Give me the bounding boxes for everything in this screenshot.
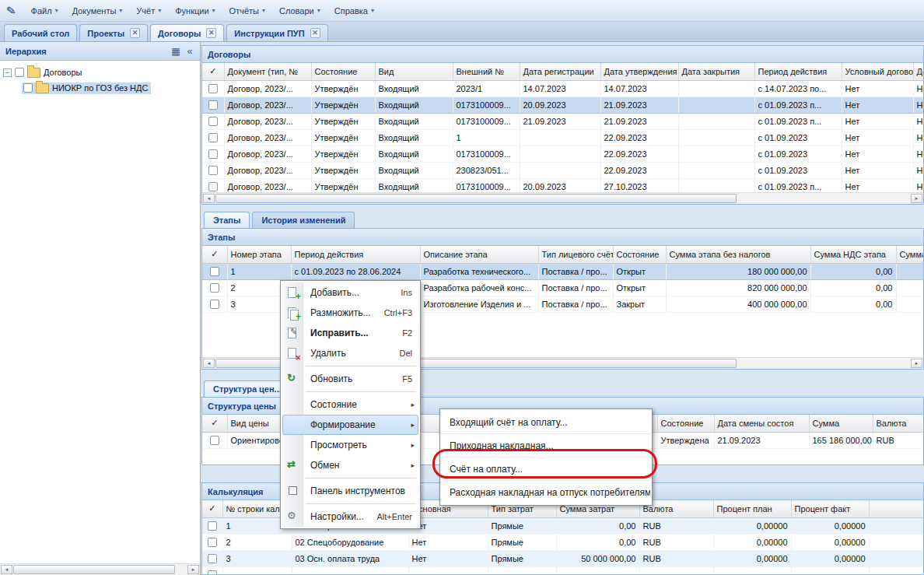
column-header[interactable]: Сумма НДС этапа <box>810 246 896 263</box>
sidebar-horizontal-scrollbar[interactable]: ◄ ► <box>0 563 200 575</box>
row-checkbox[interactable] <box>210 283 219 293</box>
column-header[interactable] <box>869 500 923 517</box>
column-header[interactable]: Состояние <box>613 246 666 263</box>
column-header[interactable]: Дата смены состоя <box>714 415 809 432</box>
close-icon[interactable]: ✕ <box>130 28 140 38</box>
column-header[interactable]: ✓ <box>202 246 227 263</box>
column-header[interactable]: Документ (тип, № <box>224 63 311 80</box>
menu-item-state[interactable]: Состояние ▸ <box>282 394 418 415</box>
column-header[interactable]: До <box>913 63 923 80</box>
column-header[interactable]: ✓ <box>202 63 224 80</box>
tree-node-contracts[interactable]: − Договоры <box>3 65 200 80</box>
menu-item-exchange[interactable]: ⇄ Обмен ▸ <box>282 455 418 475</box>
tab-price-structure[interactable]: Структура цен... <box>204 380 291 397</box>
tab-stages[interactable]: Этапы <box>204 212 250 228</box>
column-header[interactable]: Номер этапа <box>227 246 291 263</box>
menubar-dictionaries[interactable]: Словари▾ <box>272 3 327 19</box>
scroll-left-icon[interactable]: ◄ <box>203 194 215 203</box>
table-row[interactable]: 1с 01.09.2023 по 28.06.2024Разработка те… <box>202 263 923 279</box>
menu-item-refresh[interactable]: ↻ Обновить F5 <box>282 369 418 389</box>
collapse-panel-icon[interactable]: « <box>183 44 197 58</box>
row-checkbox[interactable] <box>210 300 219 309</box>
column-header[interactable]: Дата утверждения <box>600 63 678 80</box>
menu-item-toolbar[interactable]: Панель инструментов <box>282 481 418 501</box>
row-checkbox[interactable] <box>208 166 218 175</box>
tab-desktop[interactable]: Рабочий стол <box>4 24 77 41</box>
table-row[interactable] <box>202 566 923 574</box>
tab-pup-instructions[interactable]: Инструкции ПУП✕ <box>226 24 327 41</box>
menubar-documents[interactable]: Документы▾ <box>65 3 130 19</box>
row-checkbox[interactable] <box>208 149 218 159</box>
scroll-left-icon[interactable]: ◄ <box>203 359 215 368</box>
tab-change-history[interactable]: История изменений <box>252 212 355 228</box>
table-row[interactable]: Договор, 2023/...УтверждёнВходящий2023/1… <box>202 80 923 96</box>
column-header[interactable]: Тип лицевого счёт <box>538 246 613 263</box>
column-header[interactable]: Условный договор <box>842 63 913 80</box>
column-header[interactable]: Сумма эт... <box>896 246 923 263</box>
column-header[interactable]: Описание этапа <box>420 246 538 263</box>
tree-collapse-icon[interactable]: − <box>3 68 12 77</box>
row-checkbox[interactable] <box>208 84 218 93</box>
menubar-functions[interactable]: Функции▾ <box>168 3 222 19</box>
row-checkbox[interactable] <box>210 267 219 276</box>
table-row[interactable]: Договор, 2023/...УтверждёнВходящий017310… <box>202 96 923 113</box>
column-header[interactable]: Дата регистрации <box>520 63 600 80</box>
filter-grid-icon[interactable]: ▦ <box>169 44 183 58</box>
column-header[interactable]: ✓ <box>202 415 227 432</box>
scrollbar-thumb[interactable] <box>13 565 175 574</box>
menubar-reports[interactable]: Отчёты▾ <box>222 3 272 19</box>
tree-selection[interactable]: НИОКР по ГОЗ без НДС <box>22 82 151 94</box>
menubar-accounting[interactable]: Учёт▾ <box>129 3 168 19</box>
column-header[interactable]: Состояние <box>657 415 714 432</box>
row-checkbox[interactable] <box>208 554 217 563</box>
row-checkbox[interactable] <box>208 133 218 142</box>
table-row[interactable]: 202 СпецоборудованиеНетПрямые0,00RUB0,00… <box>202 534 923 550</box>
contracts-horizontal-scrollbar[interactable]: ◄ ► <box>202 192 923 204</box>
table-row[interactable]: Договор, 2023/...УтверждёнВходящий017310… <box>202 113 923 129</box>
scroll-right-icon[interactable]: ► <box>187 565 199 574</box>
column-header[interactable]: Сумма <box>809 415 873 432</box>
column-header[interactable]: Период действия <box>754 63 842 80</box>
menu-item-delete[interactable]: ✕ Удалить Del <box>282 343 418 363</box>
column-header[interactable]: Вид <box>375 63 453 80</box>
column-header[interactable]: Период действия <box>291 246 420 263</box>
submenu-item-receipt-note[interactable]: Приходная накладная... <box>442 434 650 458</box>
row-checkbox[interactable] <box>208 100 218 110</box>
submenu-item-dispatch-note[interactable]: Расходная накладная на отпуск потребител… <box>442 481 650 503</box>
menu-item-view[interactable]: Просмотреть ▸ <box>282 435 418 455</box>
table-row[interactable]: Договор, 2023/...УтверждёнВходящий122.09… <box>202 129 923 146</box>
menubar-file[interactable]: Файл▾ <box>24 3 65 19</box>
scroll-right-icon[interactable]: ► <box>911 359 922 368</box>
menu-item-generation[interactable]: Формирование ▸ <box>282 415 418 435</box>
scrollbar-thumb[interactable] <box>215 194 737 203</box>
table-row[interactable]: 303 Осн. оплата трудаНетПрямые50 000 000… <box>202 550 923 566</box>
column-header[interactable]: Внешний № <box>453 63 520 80</box>
table-row[interactable]: Договор, 2023/...УтверждёнВходящий230823… <box>202 162 923 178</box>
column-header[interactable]: Состояние <box>311 63 375 80</box>
column-header[interactable]: Процент факт <box>791 500 869 517</box>
menu-item-edit[interactable]: ✎ Исправить... F2 <box>282 323 418 343</box>
scroll-left-icon[interactable]: ◄ <box>1 565 12 574</box>
tree-checkbox[interactable] <box>15 68 24 77</box>
table-row[interactable]: Договор, 2023/...УтверждёнВходящий017310… <box>202 178 923 193</box>
row-checkbox[interactable] <box>208 521 217 531</box>
row-checkbox[interactable] <box>208 117 218 126</box>
tab-contracts[interactable]: Договоры✕ <box>150 24 224 41</box>
tree-node-niokr[interactable]: НИОКР по ГОЗ без НДС <box>22 80 200 96</box>
column-header[interactable]: Дата закрытия <box>678 63 754 80</box>
menu-item-duplicate[interactable]: + Размножить... Ctrl+F3 <box>282 303 418 323</box>
tree-checkbox[interactable] <box>23 83 33 93</box>
submenu-item-incoming-invoice[interactable]: Входящий счёт на оплату... <box>442 411 650 434</box>
row-checkbox[interactable] <box>208 570 217 574</box>
scroll-right-icon[interactable]: ► <box>911 194 922 203</box>
row-checkbox[interactable] <box>208 538 217 547</box>
menu-item-settings[interactable]: ⚙ Настройки... Alt+Enter <box>282 507 418 527</box>
column-header[interactable]: Сумма этапа без налогов <box>666 246 810 263</box>
menu-item-add[interactable]: + Добавить... Ins <box>282 282 418 303</box>
column-header[interactable]: Процент план <box>713 500 791 517</box>
table-row[interactable]: Договор, 2023/...УтверждёнВходящий017310… <box>202 146 923 162</box>
column-header[interactable]: ✓ <box>202 500 222 517</box>
menubar-help[interactable]: Справка▾ <box>327 3 381 19</box>
row-checkbox[interactable] <box>210 436 219 445</box>
column-header[interactable]: Валюта <box>873 415 923 432</box>
